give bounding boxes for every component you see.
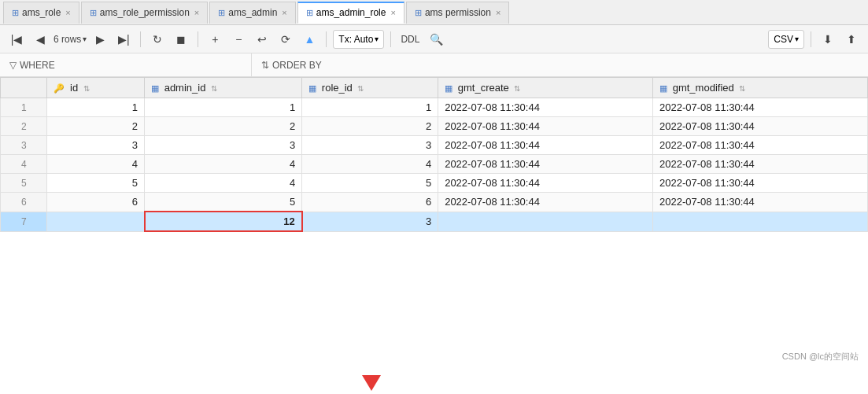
tab-ams-role-permission[interactable]: ⊞ ams_role_permission × — [81, 2, 208, 24]
tab-label: ams_admin — [228, 7, 277, 18]
download-button[interactable]: ⬇ — [818, 29, 838, 50]
remove-button[interactable]: − — [228, 29, 249, 50]
tab-ams-role[interactable]: ⊞ ams_role × — [3, 2, 79, 24]
col-header-gmt-create[interactable]: ▦ gmt_create ⇅ — [438, 78, 653, 98]
cell-gmt-modified[interactable]: 2022-07-08 11:30:44 — [653, 117, 868, 136]
cell-role-id[interactable]: 5 — [302, 174, 438, 193]
cell-role-id[interactable]: 2 — [302, 117, 438, 136]
up-button[interactable]: ▲ — [299, 29, 319, 50]
toolbar: |◀ ◀ 6 rows ▾ ▶ ▶| ↻ ◼ + − ↩ ⟳ ▲ Tx: Aut… — [0, 25, 868, 53]
cell-admin-id-editing[interactable]: 12 — [145, 212, 302, 231]
row-number: 5 — [1, 174, 47, 193]
col-header-role-id[interactable]: ▦ role_id ⇅ — [302, 78, 438, 98]
cell-id-editing[interactable] — [47, 212, 145, 231]
table-row[interactable]: 4 4 4 4 2022-07-08 11:30:44 2022-07-08 1… — [1, 155, 868, 174]
table-row[interactable]: 6 6 5 6 2022-07-08 11:30:44 2022-07-08 1… — [1, 193, 868, 212]
red-arrow-icon — [362, 375, 381, 391]
tx-label: Tx: Auto — [338, 34, 373, 45]
next-page-button[interactable]: ▶ — [90, 29, 110, 50]
cell-id[interactable]: 2 — [47, 117, 145, 136]
sort-icon[interactable]: ⇅ — [211, 84, 217, 93]
csv-dropdown[interactable]: CSV ▾ — [768, 30, 804, 49]
tx-dropdown[interactable]: Tx: Auto ▾ — [333, 30, 384, 49]
cell-gmt-create[interactable]: 2022-07-08 11:30:44 — [438, 155, 653, 174]
clone-button[interactable]: ⟳ — [275, 29, 296, 50]
cell-role-id[interactable]: 3 — [302, 136, 438, 155]
cell-gmt-create[interactable]: 2022-07-08 11:30:44 — [438, 98, 653, 117]
table-icon: ⊞ — [218, 8, 225, 18]
first-page-button[interactable]: |◀ — [6, 29, 27, 50]
close-icon[interactable]: × — [282, 8, 286, 17]
where-label[interactable]: WHERE — [20, 60, 55, 71]
cell-id[interactable]: 1 — [47, 98, 145, 117]
tab-ams-admin[interactable]: ⊞ ams_admin × — [209, 2, 295, 24]
stop-button[interactable]: ◼ — [171, 29, 191, 50]
table-row[interactable]: 1 1 1 1 2022-07-08 11:30:44 2022-07-08 1… — [1, 98, 868, 117]
table-row[interactable]: 3 3 3 3 2022-07-08 11:30:44 2022-07-08 1… — [1, 136, 868, 155]
col-header-id[interactable]: 🔑 id ⇅ — [47, 78, 145, 98]
table-row[interactable]: 2 2 2 2 2022-07-08 11:30:44 2022-07-08 1… — [1, 117, 868, 136]
undo-button[interactable]: ↩ — [252, 29, 272, 50]
filter-bar: ▽ WHERE ⇅ ORDER BY — [0, 53, 868, 77]
close-icon[interactable]: × — [194, 8, 199, 17]
cell-admin-id[interactable]: 2 — [145, 117, 302, 136]
add-button[interactable]: + — [205, 29, 225, 50]
tab-ams-admin-role[interactable]: ⊞ ams_admin_role × — [297, 2, 404, 24]
tab-label: ams permission — [425, 7, 491, 18]
cell-role-id[interactable]: 4 — [302, 155, 438, 174]
sort-icon[interactable]: ⇅ — [83, 84, 90, 93]
sort-icon[interactable]: ⇅ — [357, 84, 364, 93]
cell-gmt-create[interactable]: 2022-07-08 11:30:44 — [438, 136, 653, 155]
table-row[interactable]: 5 5 4 5 2022-07-08 11:30:44 2022-07-08 1… — [1, 174, 868, 193]
close-icon[interactable]: × — [496, 8, 500, 17]
col-icon: ▦ — [151, 83, 159, 93]
cell-admin-id[interactable]: 3 — [145, 136, 302, 155]
cell-admin-id[interactable]: 4 — [145, 174, 302, 193]
col-label: gmt_create — [458, 82, 509, 94]
cell-role-id-editing[interactable]: 3 — [302, 212, 438, 231]
row-number: 7 — [1, 212, 47, 231]
editing-row[interactable]: 7 12 3 — [1, 212, 868, 231]
cell-gmt-modified-editing[interactable] — [653, 212, 868, 231]
cell-gmt-modified[interactable]: 2022-07-08 11:30:44 — [653, 155, 868, 174]
refresh-button[interactable]: ↻ — [147, 29, 168, 50]
cell-role-id[interactable]: 1 — [302, 98, 438, 117]
tab-label: ams_role — [22, 7, 61, 18]
cell-admin-id[interactable]: 5 — [145, 193, 302, 212]
sort-icon[interactable]: ⇅ — [739, 84, 745, 93]
rows-label: 6 rows — [54, 34, 81, 45]
search-button[interactable]: 🔍 — [426, 29, 446, 50]
cell-id[interactable]: 5 — [47, 174, 145, 193]
cell-id[interactable]: 6 — [47, 193, 145, 212]
col-header-admin-id[interactable]: ▦ admin_id ⇅ — [145, 78, 302, 98]
sort-icon[interactable]: ⇅ — [514, 84, 520, 93]
cell-gmt-create-editing[interactable] — [438, 212, 653, 231]
cell-gmt-modified[interactable]: 2022-07-08 11:30:44 — [653, 193, 868, 212]
cell-gmt-modified[interactable]: 2022-07-08 11:30:44 — [653, 98, 868, 117]
cell-id[interactable]: 4 — [47, 155, 145, 174]
divider — [198, 31, 198, 47]
cell-gmt-create[interactable]: 2022-07-08 11:30:44 — [438, 117, 653, 136]
cell-gmt-modified[interactable]: 2022-07-08 11:30:44 — [653, 174, 868, 193]
col-header-gmt-modified[interactable]: ▦ gmt_modified ⇅ — [653, 78, 868, 98]
cell-role-id[interactable]: 6 — [302, 193, 438, 212]
row-num-header — [1, 78, 47, 98]
cell-gmt-create[interactable]: 2022-07-08 11:30:44 — [438, 193, 653, 212]
prev-page-button[interactable]: ◀ — [30, 29, 50, 50]
cell-id[interactable]: 3 — [47, 136, 145, 155]
close-icon[interactable]: × — [65, 8, 70, 17]
divider — [326, 31, 327, 47]
ddl-label[interactable]: DDL — [397, 34, 423, 45]
watermark-text: CSDN @lc的空间站 — [782, 352, 859, 361]
orderby-label[interactable]: ORDER BY — [272, 60, 322, 71]
last-page-button[interactable]: ▶| — [113, 29, 134, 50]
cell-admin-id[interactable]: 1 — [145, 98, 302, 117]
upload-button[interactable]: ⬆ — [841, 29, 862, 50]
rows-info: 6 rows ▾ — [54, 34, 87, 45]
rows-dropdown-icon[interactable]: ▾ — [83, 35, 87, 43]
tab-ams-permission[interactable]: ⊞ ams permission × — [406, 2, 509, 24]
close-icon[interactable]: × — [390, 8, 395, 17]
cell-admin-id[interactable]: 4 — [145, 155, 302, 174]
cell-gmt-modified[interactable]: 2022-07-08 11:30:44 — [653, 136, 868, 155]
cell-gmt-create[interactable]: 2022-07-08 11:30:44 — [438, 174, 653, 193]
